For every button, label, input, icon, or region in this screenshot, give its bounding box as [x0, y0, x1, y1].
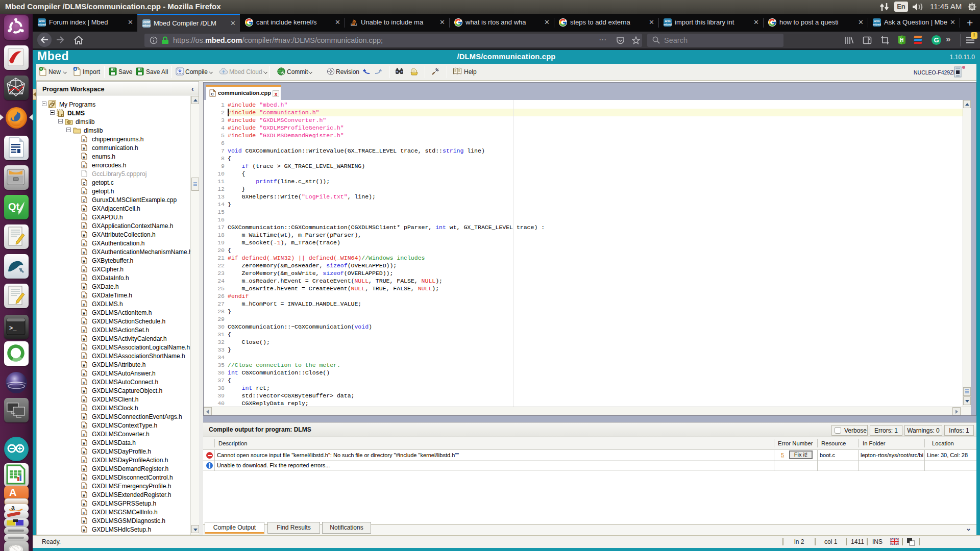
svg-text:H: H [83, 320, 85, 324]
svg-text:H: H [83, 286, 85, 289]
svg-text:>_: >_ [9, 325, 17, 332]
svg-text:H: H [83, 242, 85, 246]
svg-text:H: H [83, 520, 85, 523]
svg-text:H: H [83, 416, 85, 419]
svg-text:H: H [83, 225, 85, 229]
svg-text:H: H [83, 468, 85, 471]
svg-text:H: H [83, 294, 85, 298]
svg-text:H: H [83, 511, 85, 515]
svg-text:H: H [83, 208, 85, 211]
svg-text:C: C [83, 182, 85, 185]
svg-text:H: H [83, 312, 85, 315]
svg-text:H: H [83, 424, 85, 428]
svg-text:H: H [83, 364, 85, 367]
svg-text:H: H [83, 381, 85, 385]
svg-text:H: H [83, 494, 85, 497]
svg-text:H: H [83, 260, 85, 263]
svg-text:H: H [83, 485, 85, 489]
svg-text:H: H [83, 450, 85, 454]
svg-text:Qt: Qt [8, 201, 20, 212]
svg-text:H: H [83, 156, 85, 159]
svg-text:H: H [83, 390, 85, 393]
svg-text:H: H [83, 346, 85, 350]
svg-text:H: H [83, 329, 85, 333]
svg-text:H: H [83, 459, 85, 463]
svg-text:H: H [83, 277, 85, 281]
svg-text:H: H [83, 529, 85, 532]
svg-text:H: H [83, 138, 85, 142]
svg-text:H: H [83, 147, 85, 151]
svg-text:H: H [83, 398, 85, 402]
svg-text:H: H [83, 216, 85, 220]
svg-text:C: C [211, 92, 214, 96]
svg-text:H: H [83, 164, 85, 168]
svg-text:H: H [83, 442, 85, 445]
svg-text:C: C [83, 199, 85, 203]
svg-text:H: H [900, 37, 903, 43]
svg-text:H: H [83, 503, 85, 506]
svg-text:H: H [83, 355, 85, 359]
svg-text:H: H [83, 407, 85, 411]
svg-text:H: H [83, 234, 85, 237]
svg-text:H: H [83, 268, 85, 272]
svg-text:H: H [83, 190, 85, 194]
svg-text:H: H [83, 433, 85, 437]
svg-text:H: H [83, 477, 85, 480]
svg-text:H: H [83, 251, 85, 255]
svg-text:H: H [83, 372, 85, 376]
svg-text:H: H [83, 303, 85, 307]
svg-text:H: H [83, 338, 85, 341]
